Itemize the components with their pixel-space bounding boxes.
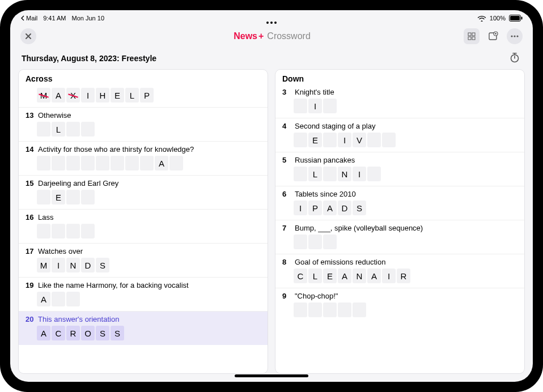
cell[interactable]: M <box>37 88 50 103</box>
cell[interactable] <box>367 167 381 181</box>
cell[interactable] <box>382 133 396 147</box>
clue-item[interactable]: 5Russian pancakesLNI <box>275 152 524 186</box>
cell[interactable]: D <box>81 258 95 272</box>
cell[interactable] <box>52 292 65 306</box>
cell[interactable]: M <box>37 258 50 272</box>
multitask-dots[interactable] <box>266 22 277 24</box>
cell[interactable] <box>66 224 80 238</box>
cell[interactable] <box>294 133 307 147</box>
cell[interactable]: I <box>294 201 307 215</box>
cell[interactable]: L <box>308 167 322 181</box>
cell[interactable] <box>37 224 50 238</box>
clue-item[interactable]: 13OtherwiseL <box>19 107 268 141</box>
cell[interactable]: R <box>397 269 410 283</box>
cell[interactable] <box>81 224 95 238</box>
cell[interactable]: A <box>37 326 50 340</box>
cell[interactable]: V <box>353 133 366 147</box>
new-window-button[interactable] <box>485 28 501 44</box>
cell[interactable]: S <box>96 258 109 272</box>
cell[interactable]: H <box>96 88 109 103</box>
clue-item[interactable]: MAXIHELP <box>19 87 268 107</box>
cell[interactable] <box>52 224 65 238</box>
cell[interactable]: A <box>37 292 50 306</box>
cell[interactable]: O <box>81 326 95 340</box>
cell[interactable] <box>81 122 95 137</box>
cell[interactable]: N <box>338 167 351 181</box>
timer-button[interactable] <box>509 52 521 65</box>
clue-item[interactable]: 16Lass <box>19 209 268 243</box>
cell[interactable]: P <box>140 88 154 103</box>
cell[interactable]: L <box>308 269 322 283</box>
cell[interactable] <box>66 122 80 137</box>
cell[interactable]: E <box>52 190 65 204</box>
cell[interactable]: I <box>382 269 396 283</box>
cell[interactable]: S <box>111 326 124 340</box>
clue-item[interactable]: 15Darjeeling and Earl GreyE <box>19 175 268 209</box>
cell[interactable] <box>294 99 307 113</box>
clue-item[interactable]: 17Watches overMINDS <box>19 243 268 277</box>
cell[interactable] <box>294 235 307 249</box>
cell[interactable] <box>323 99 337 113</box>
cell[interactable]: A <box>52 88 65 103</box>
cell[interactable] <box>37 190 50 204</box>
clue-item[interactable]: 19Like the name Harmony, for a backing v… <box>19 277 268 311</box>
cell[interactable]: I <box>81 88 95 103</box>
cell[interactable]: L <box>125 88 139 103</box>
cell[interactable] <box>323 167 337 181</box>
cell[interactable] <box>111 156 124 171</box>
cell[interactable] <box>367 133 381 147</box>
clue-item[interactable]: 7Bump, ___, spike (volleyball sequence) <box>275 220 524 254</box>
across-clue-list[interactable]: MAXIHELP13OtherwiseL14Activity for those… <box>19 87 268 373</box>
cell[interactable]: P <box>308 201 322 215</box>
cell[interactable] <box>37 156 50 171</box>
cell[interactable] <box>81 156 95 171</box>
cell[interactable]: A <box>155 156 168 171</box>
cell[interactable]: D <box>338 201 351 215</box>
cell[interactable]: N <box>66 258 80 272</box>
cell[interactable] <box>338 302 351 317</box>
clue-item[interactable]: 3Knight's titleI <box>275 87 524 118</box>
cell[interactable] <box>96 156 109 171</box>
clue-item[interactable]: 4Second staging of a playEIV <box>275 118 524 152</box>
clue-item[interactable]: 6Tablets since 2010IPADS <box>275 186 524 220</box>
cell[interactable] <box>140 156 154 171</box>
close-button[interactable] <box>20 28 36 44</box>
cell[interactable] <box>294 167 307 181</box>
cell[interactable] <box>323 235 337 249</box>
clue-item[interactable]: 14Activity for those who are thirsty for… <box>19 141 268 175</box>
cell[interactable]: I <box>52 258 65 272</box>
cell[interactable]: X <box>66 88 80 103</box>
cell[interactable]: N <box>353 269 366 283</box>
cell[interactable] <box>308 235 322 249</box>
cell[interactable]: S <box>96 326 109 340</box>
down-clue-list[interactable]: 3Knight's titleI4Second staging of a pla… <box>275 87 524 373</box>
cell[interactable]: C <box>52 326 65 340</box>
cell[interactable]: L <box>52 122 65 137</box>
cell[interactable]: E <box>308 133 322 147</box>
cell[interactable]: A <box>323 201 337 215</box>
cell[interactable] <box>169 156 183 171</box>
cell[interactable] <box>52 156 65 171</box>
cell[interactable]: E <box>323 269 337 283</box>
home-indicator[interactable] <box>235 374 308 377</box>
cell[interactable] <box>66 292 80 306</box>
cell[interactable]: R <box>66 326 80 340</box>
cell[interactable]: S <box>353 201 366 215</box>
clue-item[interactable]: 20This answer's orientationACROSS <box>19 311 268 345</box>
cell[interactable] <box>294 302 307 317</box>
cell[interactable] <box>353 302 366 317</box>
cell[interactable] <box>66 156 80 171</box>
cell[interactable] <box>323 302 337 317</box>
cell[interactable] <box>125 156 139 171</box>
cell[interactable] <box>308 302 322 317</box>
more-button[interactable] <box>507 28 523 44</box>
cell[interactable] <box>66 190 80 204</box>
cell[interactable]: I <box>308 99 322 113</box>
breadcrumb-back[interactable]: Mail <box>20 15 37 22</box>
cell[interactable] <box>323 133 337 147</box>
cell[interactable]: I <box>353 167 366 181</box>
clue-item[interactable]: 8Goal of emissions reductionCLEANAIR <box>275 254 524 288</box>
grid-view-button[interactable] <box>464 28 480 44</box>
cell[interactable] <box>81 190 95 204</box>
cell[interactable]: C <box>294 269 307 283</box>
